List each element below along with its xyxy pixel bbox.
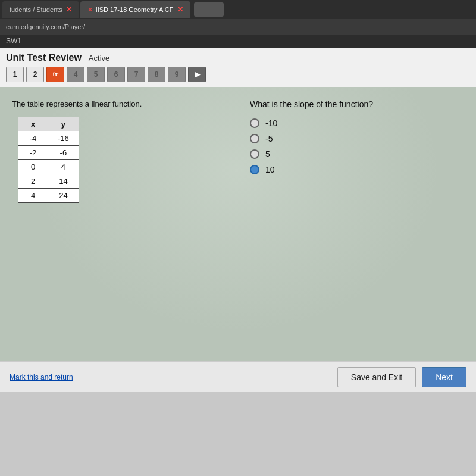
left-panel: The table represents a linear function. … [12, 99, 226, 349]
cursor-icon: ☞ [52, 70, 59, 79]
nav-btn-4[interactable]: 4 [67, 67, 84, 82]
function-table: x y -4-16-2-604214424 [18, 117, 79, 203]
nav-btn-6[interactable]: 6 [107, 67, 125, 82]
answer-option-1[interactable]: -5 [250, 134, 464, 143]
next-button[interactable]: Next [422, 367, 466, 387]
answer-label-3: 10 [265, 165, 275, 174]
radio-circle-0 [250, 118, 259, 128]
tab-edgenuity-favicon: ✕ [87, 6, 93, 14]
nav-btn-2[interactable]: 2 [26, 67, 44, 82]
mark-return-link[interactable]: Mark this and return [10, 373, 73, 381]
tab-edgenuity-label: IISD 17-18 Geometry A CF [96, 6, 174, 13]
answer-label-0: -10 [265, 118, 277, 128]
nav-btn-1[interactable]: 1 [6, 67, 24, 82]
cell-x: 2 [18, 174, 48, 189]
cell-x: 0 [18, 160, 48, 174]
main-content: The table represents a linear function. … [0, 87, 476, 361]
table-row: 214 [18, 174, 79, 189]
save-exit-button[interactable]: Save and Exit [337, 367, 416, 387]
answer-label-2: 5 [265, 149, 270, 159]
cell-y: 14 [48, 174, 79, 189]
answer-options: -10-5510 [250, 118, 464, 174]
answer-option-2[interactable]: 5 [250, 149, 464, 159]
answer-label-1: -5 [265, 134, 273, 143]
tab-students[interactable]: tudents / Students ✕ [2, 1, 79, 18]
table-row: 424 [18, 189, 79, 203]
cell-x: 4 [18, 189, 48, 203]
cell-y: -6 [48, 146, 79, 160]
page-title: Unit Test Review [6, 52, 82, 63]
toolbar-title-row: Unit Test Review Active [6, 52, 470, 63]
tab-students-label: tudents / Students [10, 6, 62, 13]
table-row: -2-6 [18, 146, 79, 160]
cell-x: -2 [18, 146, 48, 160]
radio-circle-3 [250, 165, 259, 174]
close-tab-edgenuity-icon[interactable]: ✕ [177, 5, 183, 14]
right-panel: What is the slope of the function? -10-5… [250, 99, 464, 349]
nav-btn-next-arrow[interactable]: ▶ [188, 67, 206, 82]
nav-btn-8[interactable]: 8 [148, 67, 165, 82]
cell-y: -16 [48, 131, 79, 146]
cell-y: 24 [48, 189, 79, 203]
cell-y: 4 [48, 160, 79, 174]
browser-tabs: tudents / Students ✕ ✕ IISD 17-18 Geomet… [0, 0, 476, 19]
table-row: -4-16 [18, 131, 79, 146]
close-tab-students-icon[interactable]: ✕ [66, 5, 72, 14]
slope-question-text: What is the slope of the function? [250, 99, 464, 109]
address-bar: earn.edgenuity.com/Player/ [0, 19, 476, 35]
toolbar-buttons: 1 2 ☞ 4 5 6 7 8 9 ▶ [6, 67, 470, 87]
app-header: SW1 [0, 35, 476, 48]
nav-btn-3[interactable]: ☞ [46, 67, 64, 82]
answer-option-0[interactable]: -10 [250, 118, 464, 128]
answer-option-3[interactable]: 10 [250, 165, 464, 174]
table-row: 04 [18, 160, 79, 174]
nav-btn-7[interactable]: 7 [127, 67, 145, 82]
nav-btn-9[interactable]: 9 [168, 67, 186, 82]
radio-circle-2 [250, 149, 259, 159]
tab-edgenuity[interactable]: ✕ IISD 17-18 Geometry A CF ✕ [80, 1, 190, 18]
col-header-y: y [48, 117, 79, 131]
col-header-x: x [18, 117, 48, 131]
nav-btn-5[interactable]: 5 [87, 67, 105, 82]
status-badge: Active [89, 54, 109, 62]
app-label: SW1 [6, 37, 21, 45]
url-text: earn.edgenuity.com/Player/ [6, 23, 85, 30]
left-question-text: The table represents a linear function. [12, 99, 226, 108]
footer: Mark this and return Save and Exit Next [0, 361, 476, 392]
new-tab-area [194, 2, 224, 17]
radio-circle-1 [250, 134, 259, 143]
toolbar: Unit Test Review Active 1 2 ☞ 4 5 6 7 8 … [0, 48, 476, 87]
cell-x: -4 [18, 131, 48, 146]
footer-buttons: Save and Exit Next [337, 367, 466, 387]
